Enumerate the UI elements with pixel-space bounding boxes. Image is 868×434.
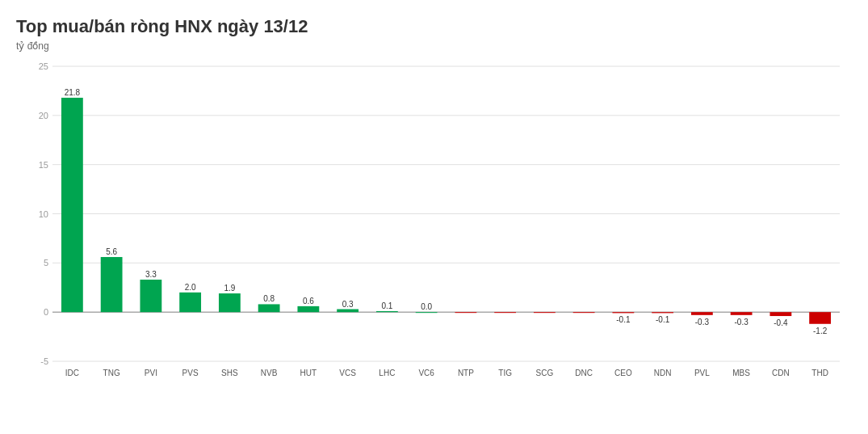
- svg-text:15: 15: [39, 160, 48, 170]
- svg-text:0.0: 0.0: [421, 302, 432, 311]
- svg-text:2.0: 2.0: [185, 283, 196, 292]
- svg-rect-44: [455, 312, 476, 313]
- svg-text:1.9: 1.9: [224, 284, 235, 293]
- chart-unit: tỷ đồng: [16, 40, 852, 52]
- svg-text:TNG: TNG: [103, 369, 120, 377]
- svg-rect-32: [297, 306, 319, 312]
- svg-rect-35: [337, 310, 359, 313]
- svg-text:DNC: DNC: [575, 369, 593, 377]
- svg-text:5.6: 5.6: [106, 247, 117, 256]
- svg-text:PVI: PVI: [145, 369, 157, 377]
- svg-text:IDC: IDC: [65, 369, 79, 377]
- svg-text:VCS: VCS: [339, 369, 356, 377]
- svg-text:NDN: NDN: [654, 369, 672, 377]
- svg-text:0.3: 0.3: [342, 300, 354, 309]
- svg-rect-50: [573, 312, 595, 313]
- svg-text:10: 10: [39, 209, 48, 219]
- svg-text:-0.1: -0.1: [616, 315, 631, 324]
- svg-text:0.6: 0.6: [303, 297, 314, 305]
- svg-text:SHS: SHS: [221, 369, 238, 377]
- svg-rect-14: [61, 98, 83, 312]
- chart-container: Top mua/bán ròng HNX ngày 13/12 tỷ đồng …: [0, 0, 868, 434]
- svg-rect-55: [652, 312, 673, 313]
- svg-text:NTP: NTP: [458, 369, 474, 377]
- svg-text:-0.3: -0.3: [735, 318, 749, 327]
- svg-text:PVS: PVS: [182, 369, 199, 377]
- svg-text:CDN: CDN: [772, 369, 790, 377]
- svg-text:CEO: CEO: [614, 369, 632, 377]
- svg-text:25: 25: [39, 61, 48, 71]
- svg-rect-58: [691, 312, 713, 315]
- svg-text:-1.2: -1.2: [813, 327, 828, 335]
- svg-text:-0.1: -0.1: [656, 315, 670, 324]
- svg-text:0.8: 0.8: [263, 294, 275, 303]
- chart-title: Top mua/bán ròng HNX ngày 13/12: [16, 16, 852, 37]
- svg-text:PVL: PVL: [694, 369, 710, 377]
- svg-rect-61: [731, 312, 753, 315]
- svg-rect-64: [769, 312, 791, 316]
- svg-rect-17: [101, 257, 123, 312]
- svg-text:21.8: 21.8: [65, 88, 81, 97]
- svg-text:NVB: NVB: [261, 369, 278, 377]
- svg-text:TIG: TIG: [498, 369, 512, 377]
- svg-text:-0.3: -0.3: [695, 318, 710, 327]
- svg-rect-52: [612, 312, 634, 313]
- svg-text:HUT: HUT: [300, 369, 317, 377]
- svg-text:SCG: SCG: [536, 369, 554, 377]
- svg-rect-20: [140, 280, 161, 312]
- svg-rect-48: [534, 312, 556, 313]
- svg-text:-0.4: -0.4: [774, 318, 788, 327]
- svg-rect-46: [494, 312, 516, 313]
- svg-text:MBS: MBS: [732, 369, 750, 377]
- svg-rect-67: [809, 312, 831, 324]
- svg-rect-38: [376, 311, 398, 312]
- chart-svg: 2520151050-521.8IDC5.6TNG3.3PVI2.0PVS1.9…: [16, 58, 852, 398]
- svg-text:-5: -5: [40, 356, 48, 366]
- svg-rect-29: [258, 304, 280, 312]
- svg-text:0: 0: [44, 307, 48, 317]
- svg-text:5: 5: [44, 258, 48, 268]
- svg-text:3.3: 3.3: [145, 270, 157, 279]
- svg-text:THD: THD: [811, 369, 828, 377]
- svg-rect-26: [219, 293, 241, 312]
- svg-text:LHC: LHC: [379, 369, 395, 377]
- chart-area: 2520151050-521.8IDC5.6TNG3.3PVI2.0PVS1.9…: [16, 58, 852, 398]
- svg-rect-41: [416, 312, 438, 313]
- svg-text:0.1: 0.1: [381, 301, 392, 310]
- svg-rect-23: [179, 293, 201, 312]
- svg-text:20: 20: [39, 111, 48, 120]
- svg-text:VC6: VC6: [418, 369, 434, 377]
